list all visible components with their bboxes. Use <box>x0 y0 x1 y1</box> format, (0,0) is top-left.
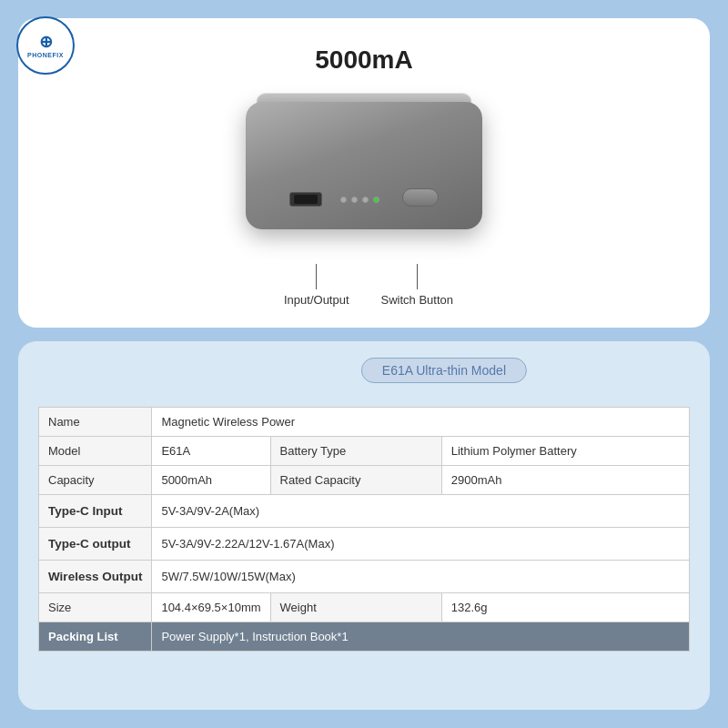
logo: ⊕ PHONEFIX <box>16 16 75 75</box>
table-row-wireless: Wireless Output 5W/7.5W/10W/15W(Max) <box>39 561 690 593</box>
led-dot-4 <box>373 197 379 203</box>
annotation-right: Switch Button <box>381 264 454 307</box>
label-wireless-output: Wireless Output <box>39 561 152 593</box>
bottom-card: E61A Ultra-thin Model Name Magnetic Wire… <box>18 341 710 710</box>
annotation-line-right <box>417 264 418 289</box>
value-weight: 132.6g <box>441 593 689 622</box>
annotation-label-right: Switch Button <box>381 293 454 307</box>
table-row-typec-input: Type-C Input 5V-3A/9V-2A(Max) <box>39 495 690 528</box>
table-row-packing: Packing List Power Supply*1, Instruction… <box>39 622 690 652</box>
led-dot-1 <box>340 197 347 203</box>
label-rated-capacity: Rated Capacity <box>270 466 441 495</box>
label-size: Size <box>39 593 152 622</box>
top-card: 5000mA Input/Output <box>18 18 710 328</box>
powerbank-body <box>246 102 482 229</box>
table-row-size: Size 104.4×69.5×10mm Weight 132.6g <box>39 593 690 622</box>
value-name: Magnetic Wireless Power <box>152 408 690 437</box>
value-size: 104.4×69.5×10mm <box>152 593 270 622</box>
label-typec-output: Type-C output <box>39 528 152 561</box>
logo-text: PHONEFIX <box>27 52 64 58</box>
label-name: Name <box>39 408 152 437</box>
annotation-left: Input/Output <box>284 264 349 307</box>
led-dots <box>340 197 379 203</box>
annotation-label-left: Input/Output <box>284 293 349 307</box>
table-row-model: Model E61A Battery Type Lithium Polymer … <box>39 437 690 466</box>
port-area <box>289 192 379 207</box>
label-typec-input: Type-C Input <box>39 495 152 528</box>
table-row-typec-output: Type-C output 5V-3A/9V-2.22A/12V-1.67A(M… <box>39 528 690 561</box>
product-title: 5000mA <box>315 46 412 75</box>
value-model: E61A <box>152 437 270 466</box>
powerbank-illustration: Input/Output Switch Button <box>218 93 510 257</box>
label-model: Model <box>39 437 152 466</box>
value-wireless-output: 5W/7.5W/10W/15W(Max) <box>152 561 690 593</box>
table-row-capacity: Capacity 5000mAh Rated Capacity 2900mAh <box>39 466 690 495</box>
value-battery-type: Lithium Polymer Battery <box>441 437 689 466</box>
led-dot-2 <box>351 197 358 203</box>
power-button-shape <box>402 188 439 207</box>
label-capacity: Capacity <box>39 466 152 495</box>
value-capacity: 5000mAh <box>152 466 270 495</box>
led-dot-3 <box>362 197 369 203</box>
table-row-name: Name Magnetic Wireless Power <box>39 408 690 437</box>
label-packing-list: Packing List <box>39 622 152 652</box>
value-packing-list: Power Supply*1, Instruction Book*1 <box>152 622 690 652</box>
value-rated-capacity: 2900mAh <box>441 466 689 495</box>
usb-port <box>289 192 322 207</box>
value-typec-input: 5V-3A/9V-2A(Max) <box>152 495 690 528</box>
logo-icon: ⊕ <box>39 34 53 50</box>
label-weight: Weight <box>270 593 441 622</box>
annotation-line-left <box>316 264 317 289</box>
specs-table: Name Magnetic Wireless Power Model E61A … <box>38 407 690 652</box>
label-battery-type: Battery Type <box>270 437 441 466</box>
model-badge: E61A Ultra-thin Model <box>361 358 527 383</box>
value-typec-output: 5V-3A/9V-2.22A/12V-1.67A(Max) <box>152 528 690 561</box>
